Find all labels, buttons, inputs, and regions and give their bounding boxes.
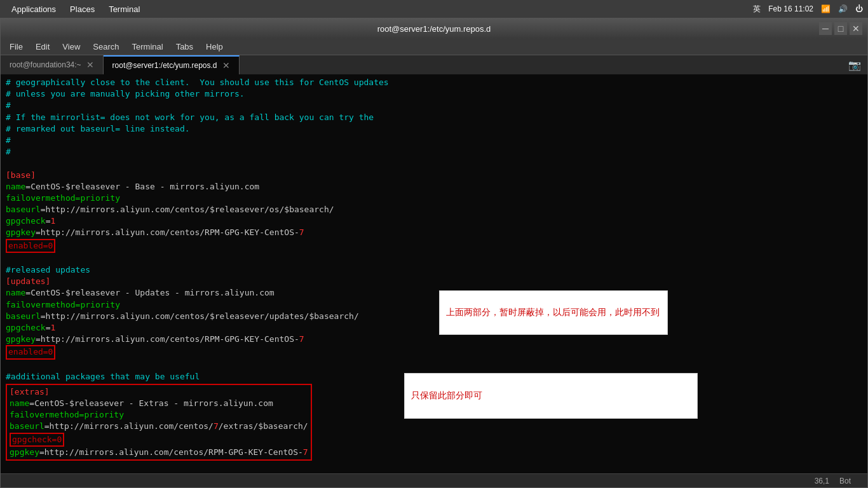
line-base-name: name=CentOS-$releasever - Base - mirrors…	[6, 181, 862, 193]
line-extras-gpgcheck: gpgcheck=0	[10, 433, 64, 447]
menu-bar: File Edit View Search Terminal Tabs Help	[1, 39, 867, 55]
line-3: #	[6, 100, 862, 111]
line-released-updates: #released updates	[6, 264, 862, 276]
terminal-menu[interactable]: Terminal	[102, 3, 146, 15]
line-2: # unless you are manually picking other …	[6, 88, 862, 100]
places-label: Places	[70, 4, 95, 14]
system-bar: Applications Places Terminal 英 Feb 16 11…	[0, 0, 868, 18]
line-updates-baseurl: baseurl=http://mirrors.aliyun.com/centos…	[6, 311, 862, 322]
line-4: # If the mirrorlist= does not work for y…	[6, 112, 862, 123]
minimize-button[interactable]: ─	[819, 22, 832, 35]
cursor-position: 36,1	[815, 477, 829, 485]
tab-server1-close[interactable]: ✕	[222, 60, 230, 71]
terminal-menu-item[interactable]: Terminal	[126, 41, 170, 53]
annotation-box-1: 上面两部分，暂时屏蔽掉，以后可能会用，此时用不到	[439, 290, 668, 335]
screenshot-icon: 📷	[848, 59, 861, 71]
line-updates-header: [updates]	[6, 276, 862, 287]
line-updates-gpgkey: gpgkey=http://mirrors.aliyun.com/centos/…	[6, 334, 862, 345]
title-bar: root@server1:/etc/yum.repos.d ─ □ ✕	[1, 18, 867, 39]
system-bar-left: Applications Places Terminal	[5, 3, 146, 15]
terminal-content[interactable]: # geographically close to the client. Yo…	[1, 74, 867, 473]
terminal-label: Terminal	[109, 4, 140, 14]
line-extras-header: [extras]	[10, 386, 308, 398]
line-updates-name: name=CentOS-$releasever - Updates - mirr…	[6, 287, 862, 299]
wifi-icon: 📶	[821, 4, 831, 13]
line-updates-enabled: enabled=0	[6, 345, 55, 359]
line-base-baseurl: baseurl=http://mirrors.aliyun.com/centos…	[6, 204, 862, 215]
window-controls: ─ □ ✕	[819, 22, 862, 35]
line-extras-failover: failovermethod=priority	[10, 409, 308, 421]
file-menu[interactable]: File	[3, 41, 29, 53]
maximize-button[interactable]: □	[834, 22, 847, 35]
tab-server1-label: root@server1:/etc/yum.repos.d	[112, 61, 217, 70]
tab-foundation[interactable]: root@foundation34:~ ✕	[1, 55, 104, 74]
line-base-gpgcheck: gpgcheck=1	[6, 215, 862, 227]
line-extras-gpgkey: gpgkey=http://mirrors.aliyun.com/centos/…	[10, 447, 308, 458]
view-menu[interactable]: View	[56, 41, 86, 53]
status-bar: 36,1 Bot	[1, 473, 867, 487]
line-6: #	[6, 135, 862, 146]
extras-section-box: [extras] name=CentOS-$releasever - Extra…	[6, 384, 312, 461]
line-base-enabled: enabled=0	[6, 239, 55, 253]
line-empty-2	[6, 360, 862, 371]
tab-foundation-label: root@foundation34:~	[10, 60, 81, 69]
lang-indicator[interactable]: 英	[753, 4, 761, 15]
terminal-window: root@server1:/etc/yum.repos.d ─ □ ✕ File…	[0, 18, 868, 488]
line-updates-gpgcheck: gpgcheck=1	[6, 322, 862, 334]
line-base-header: [base]	[6, 170, 862, 181]
line-empty-1	[6, 253, 862, 264]
datetime-display: Feb 16 11:02	[768, 4, 813, 13]
line-base-failover: failovermethod=priority	[6, 193, 862, 204]
power-icon: ⏻	[855, 4, 863, 13]
line-extras-name: name=CentOS-$releasever - Extras - mirro…	[10, 398, 308, 409]
edit-menu[interactable]: Edit	[29, 41, 56, 53]
annotation-text-1: 上面两部分，暂时屏蔽掉，以后可能会用，此时用不到	[446, 306, 660, 319]
tab-foundation-close[interactable]: ✕	[86, 60, 94, 70]
help-menu[interactable]: Help	[200, 41, 229, 53]
annotation-box-2: 只保留此部分即可	[404, 373, 698, 419]
screenshot-button[interactable]: 📷	[842, 55, 867, 74]
tabs-menu[interactable]: Tabs	[170, 41, 200, 53]
line-8	[6, 158, 862, 169]
line-updates-failover: failovermethod=priority	[6, 299, 862, 311]
line-7: #	[6, 146, 862, 158]
line-base-gpgkey: gpgkey=http://mirrors.aliyun.com/centos/…	[6, 227, 862, 238]
annotation-text-2: 只保留此部分即可	[411, 390, 482, 402]
search-menu[interactable]: Search	[86, 41, 125, 53]
close-button[interactable]: ✕	[850, 22, 862, 35]
tab-server1[interactable]: root@server1:/etc/yum.repos.d ✕	[104, 55, 240, 74]
tabs-bar: root@foundation34:~ ✕ root@server1:/etc/…	[1, 55, 867, 74]
line-extras-baseurl: baseurl=http://mirrors.aliyun.com/centos…	[10, 421, 308, 432]
window-title: root@server1:/etc/yum.repos.d	[377, 24, 491, 34]
system-bar-right: 英 Feb 16 11:02 📶 🔊 ⏻	[753, 4, 863, 15]
places-menu[interactable]: Places	[64, 3, 101, 15]
line-1: # geographically close to the client. Yo…	[6, 77, 862, 88]
applications-menu[interactable]: Applications	[5, 3, 62, 15]
line-5: # remarked out baseurl= line instead.	[6, 123, 862, 135]
app-menu-label: Applications	[11, 4, 56, 14]
edit-mode: Bot	[839, 477, 851, 485]
volume-icon: 🔊	[838, 4, 848, 13]
